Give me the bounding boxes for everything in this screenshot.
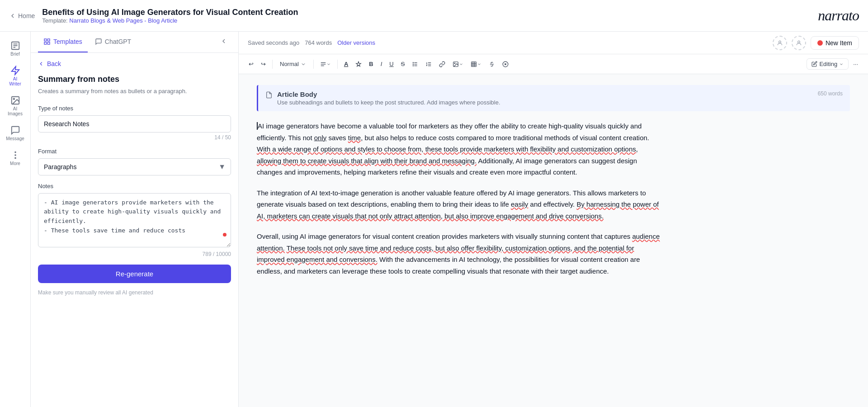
- toolbar-divider-1: [272, 60, 273, 69]
- highlight-icon: [355, 61, 362, 67]
- file-icon: [265, 91, 273, 99]
- numbered-list-button[interactable]: [423, 59, 434, 69]
- narrato-logo: narrato: [818, 7, 859, 24]
- image-icon: [453, 61, 459, 67]
- tab-templates[interactable]: Templates: [38, 32, 88, 52]
- doc-info: Benefits of Using AI Image Generators fo…: [42, 8, 298, 24]
- strikethrough2-button[interactable]: [486, 59, 498, 69]
- sidebar-label-aiimages: AI Images: [7, 106, 24, 116]
- svg-point-22: [413, 62, 414, 62]
- format-select[interactable]: Paragraphs Bullets: [38, 158, 231, 175]
- notes-red-dot: [223, 233, 226, 237]
- header-left: Home Benefits of Using AI Image Generato…: [9, 8, 298, 24]
- image-button[interactable]: [450, 59, 466, 69]
- redo-button[interactable]: ↪: [258, 59, 269, 69]
- style-dropdown-icon: [301, 62, 306, 67]
- tab-chatgpt[interactable]: ChatGPT: [90, 32, 137, 52]
- back-label: Back: [47, 60, 61, 67]
- italic-button[interactable]: I: [378, 59, 385, 69]
- svg-rect-13: [47, 42, 50, 44]
- format-select-wrapper: Paragraphs Bullets ▼: [38, 158, 231, 175]
- article-body-hint: Use subheadings and bullets to keep the …: [277, 99, 500, 106]
- sidebar-item-aiwriter[interactable]: AI Writer: [2, 62, 28, 90]
- sidebar-item-brief[interactable]: Brief: [2, 37, 28, 60]
- underline-button[interactable]: U: [387, 59, 396, 69]
- clear-format-button[interactable]: [500, 59, 511, 69]
- type-char-count: 14 / 50: [38, 134, 231, 141]
- toolbar-divider-2: [313, 60, 314, 69]
- word-count-text: 764 words: [305, 39, 332, 46]
- avatar-circle[interactable]: [773, 36, 787, 50]
- bullet-list-icon: [412, 61, 418, 67]
- doc-subtitle: Template: Narrato Blogs & Web Pages - Bl…: [42, 17, 298, 24]
- panel-collapse-btn[interactable]: [217, 34, 231, 50]
- paragraph-style-select[interactable]: Normal: [276, 59, 310, 69]
- editing-mode-button[interactable]: Editing: [807, 58, 849, 70]
- editor-area: Saved seconds ago 764 words Older versio…: [239, 32, 868, 407]
- more-options-button[interactable]: ···: [850, 59, 861, 69]
- word-time: time: [348, 134, 361, 142]
- brief-icon: [10, 41, 20, 51]
- new-item-label: New Item: [826, 39, 852, 47]
- chevron-left-icon: [9, 12, 16, 19]
- svg-point-14: [779, 41, 781, 43]
- home-label: Home: [18, 12, 35, 19]
- article-body-inner: Article Body Use subheadings and bullets…: [265, 90, 500, 106]
- user2-icon: [796, 40, 802, 46]
- svg-rect-12: [44, 42, 47, 44]
- table-dropdown-icon: [477, 62, 481, 66]
- home-link[interactable]: Home: [9, 12, 35, 19]
- editor-word-count: 650 words: [818, 90, 843, 97]
- sidebar-item-aiimages[interactable]: AI Images: [2, 92, 28, 120]
- saved-text: Saved seconds ago: [248, 39, 299, 46]
- font-color-button[interactable]: A: [341, 59, 351, 69]
- svg-rect-10: [44, 39, 47, 41]
- sidebar-label-brief: Brief: [10, 52, 20, 57]
- svg-point-9: [15, 158, 16, 159]
- bullet-list-button[interactable]: [409, 59, 421, 69]
- text-cursor: [257, 122, 258, 130]
- article-body-text: Article Body Use subheadings and bullets…: [277, 90, 500, 106]
- clear-format-icon: [502, 61, 509, 67]
- new-item-dot: [817, 40, 823, 46]
- editor-topbar: Saved seconds ago 764 words Older versio…: [239, 32, 868, 54]
- notes-textarea[interactable]: - AI image generators provide marketers …: [38, 193, 231, 247]
- topbar-right: New Item: [773, 36, 859, 50]
- svg-point-15: [798, 41, 800, 43]
- link-button[interactable]: [436, 59, 448, 69]
- emphasis-only: only: [314, 134, 327, 142]
- avatar-circle-2[interactable]: [792, 36, 806, 50]
- panel-content: Back Summary from notes Creates a summar…: [31, 53, 238, 407]
- type-input[interactable]: [38, 115, 231, 133]
- new-item-button[interactable]: New Item: [811, 36, 859, 50]
- image-dropdown-icon: [459, 62, 463, 66]
- template-link[interactable]: Narrato Blogs & Web Pages - Blog Article: [69, 17, 177, 24]
- paragraph-style-label: Normal: [280, 61, 299, 67]
- sidebar-label-aiwriter: AI Writer: [7, 76, 24, 86]
- subtitle-prefix: Template:: [42, 17, 69, 24]
- numbered-list-icon: [425, 61, 432, 67]
- align-icon: [320, 61, 326, 67]
- back-link[interactable]: Back: [38, 60, 231, 67]
- align-button[interactable]: [317, 59, 334, 69]
- paragraph-1: AI image generators have become a valuab…: [257, 120, 664, 178]
- sentence-link-2: By harnessing the power of AI, marketers…: [257, 200, 659, 220]
- paragraph-2: The integration of AI text-to-image gene…: [257, 187, 664, 222]
- editing-label: Editing: [819, 61, 837, 67]
- sidebar-item-more[interactable]: More: [2, 147, 28, 170]
- sidebar-item-message[interactable]: Message: [2, 122, 28, 145]
- bold-button[interactable]: B: [366, 59, 376, 69]
- editor-content[interactable]: Article Body Use subheadings and bullets…: [239, 74, 868, 407]
- strikethrough-button[interactable]: S: [398, 59, 408, 69]
- svg-marker-4: [11, 66, 19, 75]
- highlight-button[interactable]: [353, 59, 364, 69]
- sentence-link-1: With a wide range of options and styles …: [257, 145, 638, 165]
- article-body-file-icon: [265, 91, 273, 100]
- regenerate-button[interactable]: Re-generate: [38, 265, 231, 283]
- table-button[interactable]: [468, 59, 484, 69]
- older-versions-link[interactable]: Older versions: [337, 39, 375, 46]
- undo-button[interactable]: ↩: [246, 59, 256, 69]
- editor-text[interactable]: AI image generators have become a valuab…: [257, 120, 664, 277]
- svg-rect-11: [47, 39, 50, 41]
- sidebar-icons: Brief AI Writer AI Images Message More: [0, 32, 31, 407]
